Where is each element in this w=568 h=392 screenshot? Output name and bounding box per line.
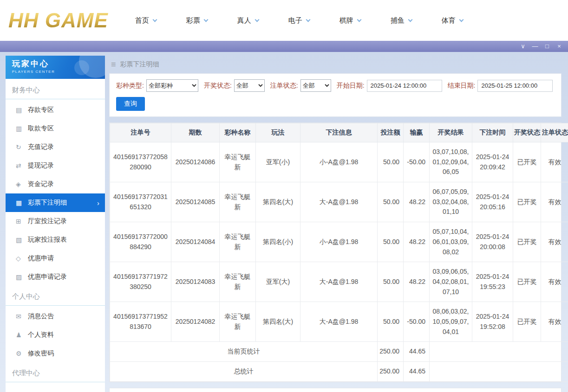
cell-bet-status: 有效 [541,262,568,302]
sidebar-item[interactable]: ⊞厅室投注记录 [6,212,105,231]
cell-bet-id: 401569173772058280090 [110,142,171,182]
sidebar-item-label: 充值记录 [28,143,54,151]
withdraw-icon: ▥ [16,125,28,132]
sidebar-title: 玩家中心 [12,58,105,69]
menu-toggle-icon[interactable]: ≡ [111,60,116,70]
nav-item-label: 彩票 [186,16,200,25]
cell-bet-amount: 50.00 [378,222,404,262]
draw-status-select[interactable]: 全部 [234,79,265,92]
cell-play-type: 第四名(大) [256,302,300,342]
funds-record-icon: ◈ [16,180,28,188]
cell-draw-result: 05,07,10,04,06,01,03,09,08,02 [430,222,472,262]
search-button[interactable]: 查询 [116,97,145,111]
summary-empty [430,362,568,382]
collapse-icon[interactable]: ∨ [517,41,529,52]
window-controls: ∨—□× [517,41,565,52]
table-header-row: 注单号期数彩种名称玩法下注信息投注额输赢开奖结果下注时间开奖状态注单状态 [110,123,568,142]
sidebar-item[interactable]: ◈资金记录 [6,175,105,193]
cell-bet-info: 小-A盘@1.98 [300,142,378,182]
promo-apply-record-icon: ▨ [16,273,28,281]
cell-draw-result: 06,07,05,09,03,02,04,08,01,10 [430,182,472,222]
sidebar-menu: 财务中心▤存款专区▥取款专区↻充值记录⇄提现记录◈资金记录▦彩票下注明细›⊞厅室… [6,79,105,392]
cell-issue-number: 20250124084 [171,222,220,262]
nav-item[interactable]: 体育 [442,16,463,25]
lottery-type-select[interactable]: 全部彩种 [146,79,198,92]
sidebar-item-label: 存款专区 [28,106,54,114]
chevron-down-icon [255,17,259,22]
start-date-label: 开始日期: [337,82,365,90]
sidebar-item[interactable]: ✉消息公告 [6,307,105,326]
sidebar-item[interactable]: ↻充值记录 [6,138,105,156]
sidebar-item[interactable]: ◇优惠申请 [6,249,105,268]
cell-play-type: 第四名(小) [256,222,300,262]
column-header-play-type: 玩法 [256,123,300,142]
column-header-lottery-name: 彩种名称 [220,123,256,142]
sidebar-item[interactable]: ⇄提现记录 [6,156,105,175]
sidebar-item-label: 修改密码 [28,349,54,358]
chevron-right-icon: › [97,199,99,207]
sidebar-item[interactable]: ▨优惠申请记录 [6,268,105,286]
main-content: ≡ 彩票下注明细 彩种类型: 全部彩种 开奖状态: 全部 注单状态: 全部 开始… [109,56,561,392]
end-date-input[interactable] [477,80,553,92]
cell-play-type: 第四名(大) [256,182,300,222]
summary-win-loss: 44.65 [404,342,430,362]
nav-item[interactable]: 彩票 [186,16,208,25]
cell-bet-amount: 50.00 [378,142,404,182]
sidebar-item[interactable]: ⚙修改密码 [6,344,105,363]
column-header-issue-number: 期数 [171,123,220,142]
sidebar-item-label: 厅室投注记录 [28,217,67,225]
sidebar-item[interactable]: ▥取款专区 [6,119,105,138]
cell-bet-status: 有效 [541,142,568,182]
chevron-down-icon [306,17,310,22]
sidebar-item[interactable]: ♟个人资料 [6,326,105,344]
sidebar-item-label: 彩票下注明细 [28,199,67,207]
start-date-input[interactable] [367,80,442,92]
nav-item[interactable]: 真人 [237,16,259,25]
filter-row: 彩种类型: 全部彩种 开奖状态: 全部 注单状态: 全部 开始日期: 结束日期: [116,79,555,92]
minimize-icon[interactable]: — [529,41,541,52]
cell-bet-id: 401569173771972380250 [110,262,171,302]
cell-bet-info: 大-A盘@1.98 [300,262,378,302]
sidebar-item[interactable]: ▧玩家投注报表 [6,231,105,249]
sidebar-item-label: 取款专区 [28,124,54,133]
maximize-icon[interactable]: □ [541,41,553,52]
cell-issue-number: 20250124085 [171,182,220,222]
nav-item[interactable]: 电子 [288,16,310,25]
column-header-bet-id: 注单号 [110,123,171,142]
cell-bet-time: 2025-01-24 19:52:08 [472,302,513,342]
hh-game-logo: HH GAME [8,9,108,32]
table-row: 40156917377197238025020250124083幸运飞艇新亚军(… [110,262,568,302]
cell-win-loss: 48.22 [404,262,430,302]
summary-bet-total: 250.00 [378,342,404,362]
cell-issue-number: 20250124083 [171,262,220,302]
cell-win-loss: 48.22 [404,182,430,222]
cell-draw-status: 已开奖 [513,182,541,222]
bet-status-select[interactable]: 全部 [300,79,331,92]
nav-item[interactable]: 捕鱼 [391,16,412,25]
cell-bet-time: 2025-01-24 20:05:16 [472,182,513,222]
chevron-down-icon [152,17,157,22]
table-row: 40156917377205828009020250124086幸运飞艇新亚军(… [110,142,568,182]
nav-item[interactable]: 棋牌 [339,16,361,25]
summary-empty [430,342,568,362]
nav-item[interactable]: 首页 [135,16,157,25]
cell-bet-status: 有效 [541,302,568,342]
cell-bet-info: 大-A盘@1.98 [300,182,378,222]
lottery-bet-detail-icon: ▦ [16,199,28,206]
sidebar-subtitle: PLAYERS CENTER [12,70,105,74]
chevron-down-icon [203,17,208,22]
summary-label: 当前页统计 [110,342,378,362]
bet-table-panel: 注单号期数彩种名称玩法下注信息投注额输赢开奖结果下注时间开奖状态注单状态 401… [109,122,561,382]
cell-lottery-name: 幸运飞艇新 [220,302,256,342]
sidebar-item[interactable]: ▤存款专区 [6,101,105,119]
cell-win-loss: -50.00 [404,302,430,342]
cashout-record-icon: ⇄ [16,162,28,169]
column-header-draw-result: 开奖结果 [430,123,472,142]
nav-item-label: 棋牌 [339,16,353,25]
breadcrumb: ≡ 彩票下注明细 [109,56,561,73]
close-icon[interactable]: × [553,41,565,52]
table-row: 40156917377200088429020250124084幸运飞艇新第四名… [110,222,568,262]
sidebar-item[interactable]: ▦彩票下注明细› [6,193,105,212]
cell-play-type: 亚军(大) [256,262,300,302]
column-header-bet-info: 下注信息 [300,123,378,142]
